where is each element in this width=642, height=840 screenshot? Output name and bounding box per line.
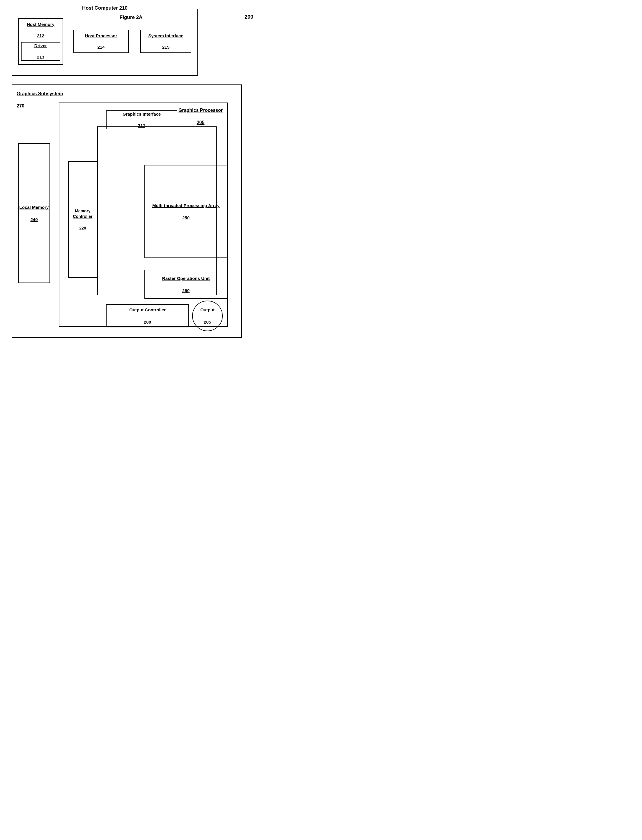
graphics-interface-label: Graphics Interface 217 xyxy=(123,111,161,128)
memory-controller-label: Memory Controller 220 xyxy=(69,208,97,231)
graphics-processor-label: Graphics Processor 205 xyxy=(178,107,223,125)
rou-label: Raster Operations Unit 260 xyxy=(162,275,210,294)
mpa-box: Multi-threaded Processing Array 250 xyxy=(144,165,227,258)
rou-box: Raster Operations Unit 260 xyxy=(144,270,227,299)
host-memory-box: Host Memory 212 Driver 213 xyxy=(18,18,63,65)
mpa-label: Multi-threaded Processing Array 250 xyxy=(152,202,219,221)
system-interface-box: System Interface 215 xyxy=(140,30,191,53)
driver-box: Driver 213 xyxy=(21,42,60,61)
local-memory-box: Local Memory 240 xyxy=(18,143,50,283)
output-controller-box: Output Controller 280 xyxy=(106,304,189,327)
output-circle: Output 285 xyxy=(192,301,223,331)
driver-label: Driver 213 xyxy=(34,43,47,60)
output-controller-label: Output Controller 280 xyxy=(129,307,166,325)
host-computer-label: Host Computer 210 xyxy=(80,5,130,11)
system-interface-label: System Interface 215 xyxy=(148,33,183,50)
graphics-subsystem-box: Graphics Subsystem 270 Local Memory 240 … xyxy=(11,84,242,338)
local-memory-label: Local Memory 240 xyxy=(19,204,49,223)
memory-controller-box: Memory Controller 220 xyxy=(68,161,97,278)
graphics-subsystem-label: Graphics Subsystem 270 xyxy=(16,91,63,109)
host-processor-box: Host Processor 214 xyxy=(73,30,129,53)
output-circle-label: Output 285 xyxy=(200,307,215,325)
ref-200-label: 200 xyxy=(245,14,253,20)
host-memory-label: Host Memory 212 xyxy=(19,19,63,39)
host-processor-label: Host Processor 214 xyxy=(85,33,117,50)
inner-gp-container: Multi-threaded Processing Array 250 Rast… xyxy=(97,127,217,295)
host-computer-box: Host Computer 210 Host Memory 212 Driver… xyxy=(11,9,198,76)
graphics-processor-box: Graphics Processor 205 Graphics Interfac… xyxy=(59,102,228,327)
